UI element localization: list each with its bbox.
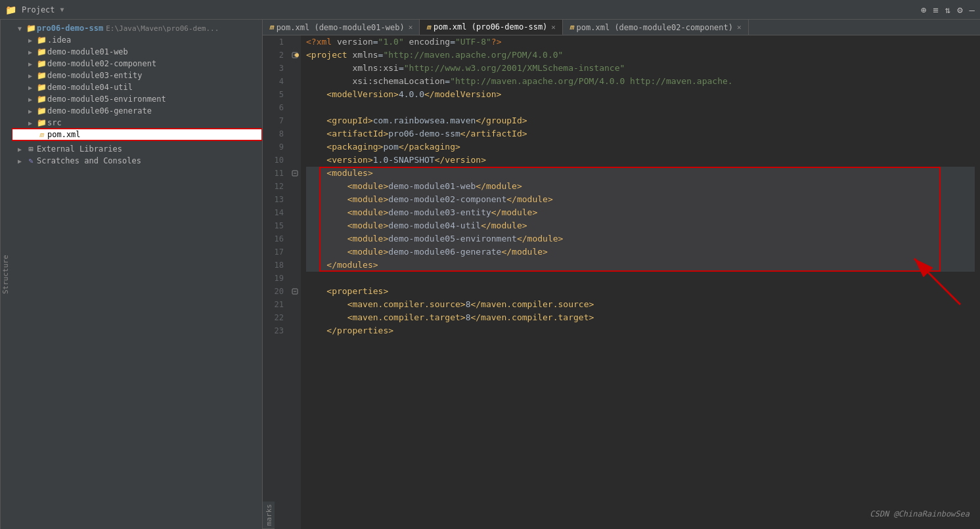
project-icon: 📁 <box>5 5 16 15</box>
module05-label: demo-module05-environment <box>47 95 166 104</box>
src-icon: 📁 <box>35 118 47 127</box>
src-label: src <box>47 118 62 127</box>
icon-minimize[interactable]: — <box>969 5 975 15</box>
top-bar-actions: ⊕ ≡ ⇅ ⚙ — <box>921 5 975 15</box>
project-tree: ▼ 📁 pro06-demo-ssm E:\Java\Maven\pro06-d… <box>12 20 262 529</box>
code-line-12: <module>demo-module01-web</module> <box>306 180 975 193</box>
tree-item-module02[interactable]: ▶ 📁 demo-module02-component <box>12 58 262 70</box>
module06-arrow[interactable]: ▶ <box>25 108 35 115</box>
module04-arrow[interactable]: ▶ <box>25 84 35 91</box>
tree-item-module01[interactable]: ▶ 📁 demo-module01-web <box>12 46 262 58</box>
module01-arrow[interactable]: ▶ <box>25 49 35 56</box>
ln-11: 11 <box>263 167 289 180</box>
extlibs-icon: ⊞ <box>25 144 37 154</box>
ln-6: 6 <box>263 101 289 114</box>
root-folder-icon: 📁 <box>25 24 37 33</box>
line-numbers: 1 2 3 4 5 6 7 8 9 10 11 12 13 14 15 16 1 <box>263 35 289 529</box>
tree-item-module04[interactable]: ▶ 📁 demo-module04-util <box>12 81 262 93</box>
code-line-2: <project xmlns="http://maven.apache.org/… <box>306 49 975 62</box>
ln-8: 8 <box>263 127 289 140</box>
ln-15: 15 <box>263 219 289 232</box>
module03-label: demo-module03-entity <box>47 71 143 80</box>
editor-area: m pom.xml (demo-module01-web) ✕ m pom.xm… <box>263 20 980 529</box>
tree-item-module06[interactable]: ▶ 📁 demo-module06-generate <box>12 105 262 117</box>
fold-icon-20[interactable] <box>290 285 300 298</box>
tab2-icon: m <box>426 23 431 32</box>
code-line-18: </modules> <box>306 259 975 272</box>
icon-list[interactable]: ≡ <box>933 5 938 15</box>
tree-item-pom[interactable]: m pom.xml <box>12 129 262 140</box>
code-editor: 1 2 3 4 5 6 7 8 9 10 11 12 13 14 15 16 1 <box>263 35 980 529</box>
code-line-11: <modules> <box>306 167 975 180</box>
ln-23: 23 <box>263 324 289 337</box>
code-line-23: </properties> <box>306 324 975 337</box>
marks-label: marks <box>263 501 275 529</box>
src-arrow[interactable]: ▶ <box>25 119 35 127</box>
change-marker-2 <box>294 49 300 62</box>
tab3-close[interactable]: ✕ <box>737 23 742 32</box>
ln-4: 4 <box>263 75 289 88</box>
code-line-20: <properties> <box>306 285 975 298</box>
ln-7: 7 <box>263 114 289 127</box>
extlibs-label: External Libraries <box>37 144 122 154</box>
code-line-14: <module>demo-module03-entity</module> <box>306 206 975 219</box>
pom-label: pom.xml <box>47 130 81 139</box>
code-line-22: <maven.compiler.target>8</maven.compiler… <box>306 311 975 324</box>
ln-17: 17 <box>263 245 289 259</box>
tab1-close[interactable]: ✕ <box>409 23 413 32</box>
code-line-13: <module>demo-module02-component</module> <box>306 193 975 206</box>
top-bar: 📁 Project ▼ ⊕ ≡ ⇅ ⚙ — <box>0 0 980 20</box>
ln-16: 16 <box>263 232 289 245</box>
ln-14: 14 <box>263 206 289 219</box>
ln-5: 5 <box>263 88 289 101</box>
module03-icon: 📁 <box>35 71 47 80</box>
module01-icon: 📁 <box>35 47 47 56</box>
extlibs-arrow[interactable]: ▶ <box>14 146 25 153</box>
tab2-label: pom.xml (pro06-demo-ssm) <box>434 22 547 32</box>
gutter <box>289 35 301 529</box>
structure-label: Structure <box>0 20 12 529</box>
tree-item-module05[interactable]: ▶ 📁 demo-module05-environment <box>12 93 262 105</box>
ln-10: 10 <box>263 154 289 167</box>
code-line-19 <box>306 272 975 285</box>
tab-module01[interactable]: m pom.xml (demo-module01-web) ✕ <box>263 20 420 35</box>
tab-ssm[interactable]: m pom.xml (pro06-demo-ssm) ✕ <box>420 20 563 35</box>
code-line-3: xmlns:xsi="http://www.w3.org/2001/XMLSch… <box>306 62 975 75</box>
module04-icon: 📁 <box>35 83 47 92</box>
module05-arrow[interactable]: ▶ <box>25 96 35 103</box>
module01-label: demo-module01-web <box>47 47 128 56</box>
module03-arrow[interactable]: ▶ <box>25 72 35 79</box>
module02-arrow[interactable]: ▶ <box>25 60 35 68</box>
icon-add[interactable]: ⊕ <box>921 5 926 15</box>
module02-label: demo-module02-component <box>47 59 156 68</box>
root-arrow[interactable]: ▼ <box>14 25 25 32</box>
code-line-15: <module>demo-module04-util</module> <box>306 219 975 232</box>
tab1-icon: m <box>269 23 274 32</box>
scratches-arrow[interactable]: ▶ <box>14 158 25 165</box>
project-sidebar: ▼ 📁 pro06-demo-ssm E:\Java\Maven\pro06-d… <box>12 20 263 529</box>
ln-21: 21 <box>263 298 289 311</box>
code-line-10: <version>1.0-SNAPSHOT</version> <box>306 154 975 167</box>
tree-item-src[interactable]: ▶ 📁 src <box>12 117 262 129</box>
dropdown-arrow[interactable]: ▼ <box>60 6 64 13</box>
code-line-7: <groupId>com.rainbowsea.maven</groupId> <box>306 114 975 127</box>
module04-label: demo-module04-util <box>47 83 133 92</box>
tab2-close[interactable]: ✕ <box>551 23 556 32</box>
icon-sort[interactable]: ⇅ <box>945 5 950 15</box>
tree-item-scratches[interactable]: ▶ ✎ Scratches and Consoles <box>12 155 262 167</box>
idea-arrow[interactable]: ▶ <box>25 37 35 44</box>
code-line-4: xsi:schemaLocation="http://maven.apache.… <box>306 75 975 88</box>
code-line-8: <artifactId>pro06-demo-ssm</artifactId> <box>306 127 975 140</box>
tree-root[interactable]: ▼ 📁 pro06-demo-ssm E:\Java\Maven\pro06-d… <box>12 22 262 34</box>
icon-settings[interactable]: ⚙ <box>957 5 962 15</box>
module06-label: demo-module06-generate <box>47 106 152 116</box>
scratches-icon: ✎ <box>25 156 37 165</box>
tab-module02[interactable]: m pom.xml (demo-module02-component) ✕ <box>563 20 749 35</box>
idea-label: .idea <box>47 35 71 45</box>
tree-item-ext-libs[interactable]: ▶ ⊞ External Libraries <box>12 143 262 155</box>
tree-item-idea[interactable]: ▶ 📁 .idea <box>12 34 262 46</box>
fold-icon-11[interactable] <box>290 167 300 180</box>
idea-folder-icon: 📁 <box>35 35 47 45</box>
ln-18: 18 <box>263 259 289 272</box>
tree-item-module03[interactable]: ▶ 📁 demo-module03-entity <box>12 70 262 81</box>
